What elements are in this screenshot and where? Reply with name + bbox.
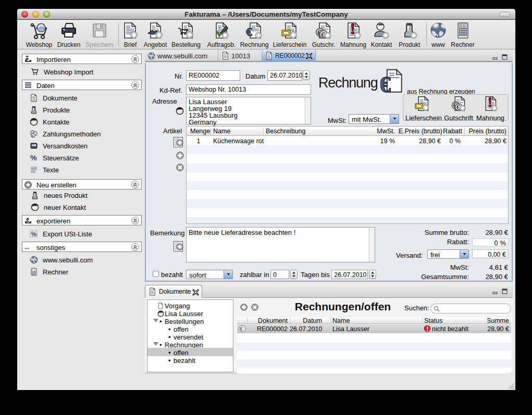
svg-text:00: 00 bbox=[32, 144, 35, 147]
svg-text:€: € bbox=[456, 104, 460, 111]
svg-text:...: ... bbox=[24, 244, 29, 250]
svg-text:%: % bbox=[30, 154, 37, 162]
svg-text:€: € bbox=[240, 326, 243, 332]
svg-text:€: € bbox=[380, 71, 391, 94]
svg-text:98.50: 98.50 bbox=[460, 24, 466, 27]
svg-text:%: % bbox=[31, 231, 37, 238]
svg-text:€: € bbox=[246, 25, 252, 39]
